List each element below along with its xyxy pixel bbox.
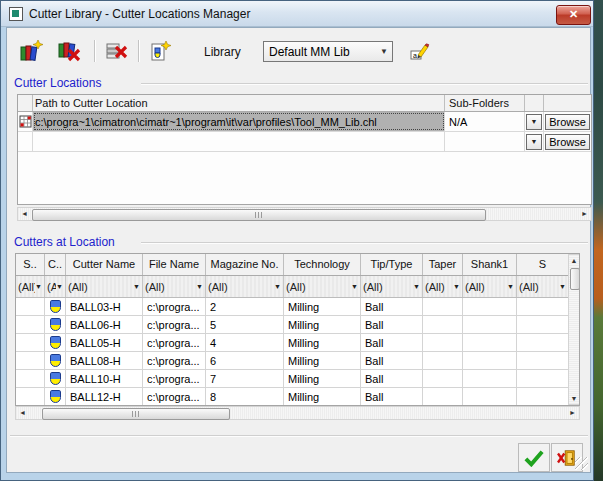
column-filter-dropdown[interactable]: (All)▼	[423, 276, 463, 297]
sel-cell[interactable]	[16, 352, 45, 369]
column-filter-dropdown[interactable]: (All)▼	[66, 276, 143, 297]
sel-cell[interactable]	[16, 316, 45, 333]
cutters-vertical-scrollbar[interactable]: ▲ ▼	[568, 254, 580, 405]
tip-cell[interactable]: Ball	[361, 334, 423, 351]
location-row[interactable]: c:\progra~1\cimatron\cimatr~1\program\it…	[18, 112, 591, 132]
s2-cell[interactable]	[517, 388, 569, 405]
taper-cell[interactable]	[423, 298, 463, 315]
browse-cell[interactable]: Browse	[544, 132, 591, 151]
icon-cell[interactable]	[45, 298, 66, 315]
cutters-column-header[interactable]: S..	[16, 254, 45, 275]
column-filter-dropdown[interactable]: (All)▼	[463, 276, 517, 297]
file-cell[interactable]: c:\progra...	[143, 388, 206, 405]
scroll-left-icon[interactable]: ◄	[18, 208, 31, 220]
sel-cell[interactable]	[16, 370, 45, 387]
s2-cell[interactable]	[517, 334, 569, 351]
name-cell[interactable]: BALL06-H	[66, 316, 143, 333]
column-filter-dropdown[interactable]: (All)▼	[517, 276, 569, 297]
locations-horizontal-scrollbar[interactable]: ◄ ►	[17, 207, 592, 221]
tip-cell[interactable]: Ball	[361, 370, 423, 387]
cutter-row[interactable]: BALL12-Hc:\progra...8MillingBall	[16, 388, 569, 406]
subfolders-cell[interactable]	[445, 132, 525, 151]
name-cell[interactable]: BALL03-H	[66, 298, 143, 315]
dropdown-arrow-icon[interactable]: ▼	[526, 114, 542, 130]
s2-cell[interactable]	[517, 298, 569, 315]
column-filter-dropdown[interactable]: (All)▼	[16, 276, 45, 297]
cutters-vscrollbar-thumb[interactable]	[570, 268, 580, 290]
cutters-column-header[interactable]: C..	[45, 254, 66, 275]
new-library-button[interactable]	[17, 38, 45, 64]
cutter-row[interactable]: BALL10-Hc:\progra...7MillingBall	[16, 370, 569, 388]
tip-cell[interactable]: Ball	[361, 298, 423, 315]
taper-cell[interactable]	[423, 316, 463, 333]
scroll-left-icon[interactable]: ◄	[16, 407, 29, 419]
cutters-horizontal-scrollbar[interactable]: ◄ ►	[15, 406, 580, 420]
column-filter-dropdown[interactable]: (All)▼	[361, 276, 423, 297]
cutters-scrollbar-thumb[interactable]	[42, 408, 230, 420]
cutters-column-header[interactable]: File Name	[143, 254, 206, 275]
technology-cell[interactable]: Milling	[284, 298, 361, 315]
cutters-column-header[interactable]: Magazine No.	[206, 254, 284, 275]
taper-cell[interactable]	[423, 370, 463, 387]
s2-cell[interactable]	[517, 352, 569, 369]
magazine-cell[interactable]: 5	[206, 316, 284, 333]
rename-library-button[interactable]: a	[405, 39, 435, 65]
file-cell[interactable]: c:\progra...	[143, 316, 206, 333]
technology-cell[interactable]: Milling	[284, 316, 361, 333]
s2-cell[interactable]	[517, 370, 569, 387]
technology-cell[interactable]: Milling	[284, 388, 361, 405]
sel-cell[interactable]	[16, 298, 45, 315]
sel-cell[interactable]	[16, 334, 45, 351]
subfolders-dropdown-cell[interactable]: ▼	[525, 112, 544, 131]
scroll-down-icon[interactable]: ▼	[569, 395, 579, 402]
tip-cell[interactable]: Ball	[361, 316, 423, 333]
shank1-cell[interactable]	[463, 298, 517, 315]
cutters-column-header[interactable]: Shank1	[463, 254, 517, 275]
magazine-cell[interactable]: 6	[206, 352, 284, 369]
shank1-cell[interactable]	[463, 316, 517, 333]
dropdown-arrow-icon[interactable]: ▼	[526, 134, 542, 150]
library-dropdown[interactable]: Default MM Lib ▼	[263, 41, 393, 62]
cutter-row[interactable]: BALL05-Hc:\progra...4MillingBall	[16, 334, 569, 352]
delete-library-button[interactable]	[55, 38, 83, 64]
cutter-row[interactable]: BALL08-Hc:\progra...6MillingBall	[16, 352, 569, 370]
name-cell[interactable]: BALL10-H	[66, 370, 143, 387]
file-cell[interactable]: c:\progra...	[143, 298, 206, 315]
icon-cell[interactable]	[45, 334, 66, 351]
resize-grip[interactable]	[575, 457, 588, 470]
location-row[interactable]: ▼Browse	[18, 132, 591, 152]
scroll-right-icon[interactable]: ►	[566, 407, 579, 419]
cutters-column-header[interactable]: Cutter Name	[66, 254, 143, 275]
close-button[interactable]: ✕	[556, 5, 591, 25]
shank1-cell[interactable]	[463, 352, 517, 369]
magazine-cell[interactable]: 4	[206, 334, 284, 351]
shank1-cell[interactable]	[463, 388, 517, 405]
magazine-cell[interactable]: 2	[206, 298, 284, 315]
technology-cell[interactable]: Milling	[284, 352, 361, 369]
cutter-row[interactable]: BALL06-Hc:\progra...5MillingBall	[16, 316, 569, 334]
subfolders-dropdown-cell[interactable]: ▼	[525, 132, 544, 151]
cutters-column-header[interactable]: Taper	[423, 254, 463, 275]
ok-button[interactable]	[518, 443, 550, 472]
magazine-cell[interactable]: 8	[206, 388, 284, 405]
taper-cell[interactable]	[423, 352, 463, 369]
new-cutter-button[interactable]	[146, 38, 174, 64]
path-cell[interactable]	[33, 132, 445, 151]
name-cell[interactable]: BALL12-H	[66, 388, 143, 405]
icon-cell[interactable]	[45, 316, 66, 333]
file-cell[interactable]: c:\progra...	[143, 334, 206, 351]
s2-cell[interactable]	[517, 316, 569, 333]
icon-cell[interactable]	[45, 370, 66, 387]
cutters-column-header[interactable]: S	[517, 254, 569, 275]
browse-button[interactable]: Browse	[545, 114, 590, 130]
shank1-cell[interactable]	[463, 334, 517, 351]
path-cell[interactable]: c:\progra~1\cimatron\cimatr~1\program\it…	[33, 112, 445, 131]
file-cell[interactable]: c:\progra...	[143, 370, 206, 387]
locations-scrollbar-thumb[interactable]	[32, 209, 486, 221]
file-cell[interactable]: c:\progra...	[143, 352, 206, 369]
cutters-column-header[interactable]: Tip/Type	[361, 254, 423, 275]
icon-cell[interactable]	[45, 352, 66, 369]
sel-cell[interactable]	[16, 388, 45, 405]
cutters-column-header[interactable]: Technology	[284, 254, 361, 275]
name-cell[interactable]: BALL05-H	[66, 334, 143, 351]
